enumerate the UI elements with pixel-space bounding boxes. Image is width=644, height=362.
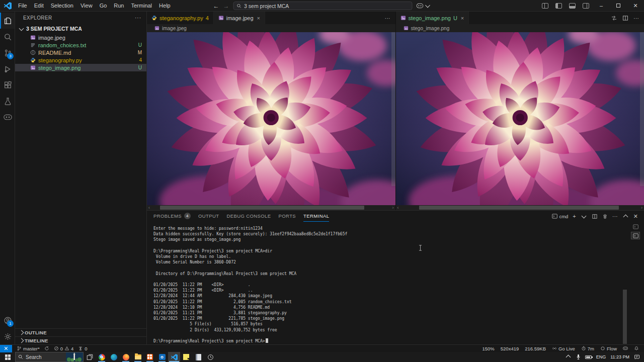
clock-time[interactable]: 11:23 PM bbox=[610, 354, 629, 359]
split-editor-icon[interactable] bbox=[622, 15, 628, 21]
activitybar-source-control[interactable]: 3 bbox=[0, 45, 15, 61]
horizontal-scrollbar[interactable]: ‹ › bbox=[147, 205, 395, 210]
file-row-stego-image-png[interactable]: stego_image.png U bbox=[15, 64, 146, 71]
horizontal-scrollbar[interactable]: ‹ › bbox=[396, 205, 644, 210]
tab-image-jpeg[interactable]: image.jpeg × bbox=[214, 12, 265, 24]
new-terminal-button[interactable]: + bbox=[573, 213, 576, 219]
start-button[interactable] bbox=[0, 352, 15, 362]
toggle-panel-button[interactable] bbox=[569, 3, 576, 9]
copilot-status[interactable] bbox=[623, 346, 628, 351]
language-indicator[interactable]: ENG bbox=[596, 354, 606, 359]
git-sync-button[interactable] bbox=[44, 346, 49, 351]
scroll-left-icon[interactable]: ‹ bbox=[397, 205, 399, 210]
close-panel-icon[interactable]: ✕ bbox=[633, 213, 638, 220]
app-icon-edge[interactable] bbox=[108, 352, 120, 362]
tab-close-icon[interactable]: × bbox=[257, 15, 260, 21]
file-row-image-jpeg[interactable]: image.jpeg bbox=[15, 34, 146, 41]
remote-indicator[interactable] bbox=[0, 345, 12, 352]
window-close-button[interactable]: ✕ bbox=[627, 0, 644, 12]
menu-help[interactable]: Help bbox=[155, 3, 174, 9]
menu-view[interactable]: View bbox=[77, 3, 96, 9]
app-icon-vscode[interactable] bbox=[168, 352, 180, 362]
activitybar-settings[interactable] bbox=[0, 328, 15, 344]
image-viewer-left[interactable] bbox=[147, 32, 395, 205]
activitybar-run-debug[interactable] bbox=[0, 61, 15, 77]
editor-more-actions[interactable]: ··· bbox=[385, 15, 390, 21]
timeline-section[interactable]: TIMELINE bbox=[15, 336, 146, 344]
problems-status[interactable]: 0 4 bbox=[54, 346, 74, 351]
scroll-left-icon[interactable]: ‹ bbox=[148, 205, 150, 210]
activitybar-search[interactable] bbox=[0, 29, 15, 45]
copilot-menu[interactable] bbox=[417, 3, 431, 9]
tab-stego-image-png[interactable]: stego_image.png U × bbox=[396, 12, 469, 24]
microphone-tray-icon[interactable] bbox=[576, 354, 581, 360]
task-view-button[interactable] bbox=[84, 352, 96, 362]
nav-forward-icon[interactable]: → bbox=[223, 3, 229, 10]
ports-status[interactable]: 0 bbox=[78, 346, 87, 351]
kill-terminal-trash-icon[interactable] bbox=[602, 214, 608, 219]
editor-more-actions[interactable]: ··· bbox=[633, 15, 639, 21]
scrollbar-thumb[interactable] bbox=[160, 206, 364, 210]
taskbar-search[interactable] bbox=[15, 352, 84, 362]
terminal-instance-powershell[interactable] bbox=[631, 223, 640, 230]
scroll-right-icon[interactable]: › bbox=[641, 205, 642, 210]
terminal-instance-cmd[interactable] bbox=[631, 232, 640, 239]
toggle-sidebar-button[interactable] bbox=[555, 3, 562, 9]
flow-status[interactable]: Flow bbox=[600, 346, 617, 351]
panel-tab-terminal[interactable]: TERMINAL bbox=[303, 211, 329, 222]
app-icon-chrome[interactable] bbox=[96, 352, 108, 362]
maximize-panel-icon[interactable] bbox=[623, 214, 628, 219]
breadcrumb[interactable]: stego_image.png bbox=[396, 24, 644, 32]
menu-file[interactable]: File bbox=[15, 3, 31, 9]
project-root-folder[interactable]: 3 SEM PROJECT MCA bbox=[15, 24, 146, 34]
app-icon-clock[interactable] bbox=[204, 352, 216, 362]
vertical-scrollbar[interactable] bbox=[391, 32, 395, 186]
activitybar-testing[interactable] bbox=[0, 93, 15, 109]
app-icon-firefox[interactable] bbox=[120, 352, 132, 362]
session-timer-status[interactable]: 7m bbox=[581, 346, 594, 351]
go-live-button[interactable]: Go Live bbox=[552, 346, 575, 351]
panel-tab-debug-console[interactable]: DEBUG CONSOLE bbox=[226, 211, 271, 222]
panel-more-actions[interactable]: ··· bbox=[612, 213, 618, 219]
tab-close-icon[interactable]: × bbox=[461, 15, 464, 21]
image-viewer-right[interactable] bbox=[396, 32, 644, 205]
app-icon-file-explorer[interactable] bbox=[132, 352, 144, 362]
nav-back-icon[interactable]: ← bbox=[213, 3, 219, 10]
menu-edit[interactable]: Edit bbox=[31, 3, 47, 9]
file-row-readme-md[interactable]: README.md M bbox=[15, 49, 146, 56]
scroll-right-icon[interactable]: › bbox=[392, 205, 394, 210]
activitybar-accounts[interactable]: 1 bbox=[0, 312, 15, 328]
window-minimize-button[interactable]: – bbox=[593, 0, 610, 12]
activitybar-copilot-chat[interactable] bbox=[0, 109, 15, 125]
menu-go[interactable]: Go bbox=[96, 3, 111, 9]
terminal-scrollbar[interactable] bbox=[623, 290, 627, 344]
vertical-scrollbar[interactable] bbox=[640, 32, 644, 186]
explorer-more-actions[interactable]: ··· bbox=[135, 15, 141, 21]
battery-tray-icon[interactable] bbox=[585, 355, 592, 359]
terminal-output[interactable]: Enter the message to hide: password:niti… bbox=[153, 226, 621, 343]
tray-expand-chevron[interactable] bbox=[565, 354, 572, 360]
chevron-down-icon[interactable] bbox=[581, 213, 586, 218]
panel-tab-output[interactable]: OUTPUT bbox=[198, 211, 219, 222]
app-icon-book[interactable] bbox=[192, 352, 204, 362]
panel-tab-ports[interactable]: PORTS bbox=[279, 211, 296, 222]
menu-terminal[interactable]: Terminal bbox=[128, 3, 156, 9]
terminal-shell-selector[interactable]: cmd bbox=[552, 214, 568, 219]
breadcrumb[interactable]: image.jpeg bbox=[147, 24, 395, 32]
app-icon-office-grid[interactable] bbox=[144, 352, 156, 362]
activitybar-extensions[interactable] bbox=[0, 77, 15, 93]
menu-run[interactable]: Run bbox=[110, 3, 127, 9]
image-zoom-status[interactable]: 150% bbox=[482, 346, 494, 351]
menu-selection[interactable]: Selection bbox=[47, 3, 77, 9]
notification-center-icon[interactable] bbox=[634, 354, 640, 360]
tab-steganography-py[interactable]: steganography.py 4 bbox=[147, 12, 214, 24]
app-icon-sticky-notes[interactable] bbox=[180, 352, 192, 362]
breadcrumb-item[interactable]: stego_image.png bbox=[411, 26, 450, 31]
command-center-search[interactable] bbox=[233, 2, 413, 10]
scrollbar-thumb[interactable] bbox=[419, 206, 619, 210]
outline-section[interactable]: OUTLINE bbox=[15, 328, 146, 336]
activitybar-explorer[interactable] bbox=[0, 13, 15, 29]
customize-layout-button[interactable] bbox=[542, 3, 548, 9]
split-terminal-icon[interactable] bbox=[592, 214, 598, 219]
taskbar-search-input[interactable] bbox=[26, 354, 61, 360]
